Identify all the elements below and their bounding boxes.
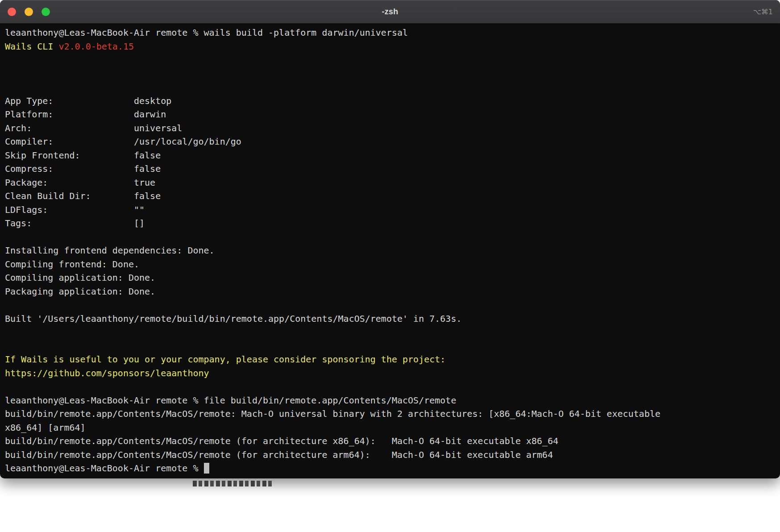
terminal-text: Arch: universal — [5, 123, 182, 133]
terminal-text: LDFlags: "" — [5, 204, 145, 215]
terminal-line — [5, 380, 776, 394]
terminal-line: Installing frontend dependencies: Done. — [5, 244, 776, 258]
terminal-text: Compiler: /usr/local/go/bin/go — [5, 136, 241, 147]
window-shortcut-badge: ⌥⌘1 — [753, 0, 773, 23]
terminal-line: https://github.com/sponsors/leaanthony — [5, 366, 776, 380]
terminal-line: LDFlags: "" — [5, 203, 776, 217]
terminal-line: Compress: false — [5, 162, 776, 176]
terminal-line: build/bin/remote.app/Contents/MacOS/remo… — [5, 448, 776, 462]
zoom-button[interactable] — [41, 8, 50, 16]
terminal-text: Platform: darwin — [5, 109, 166, 120]
terminal-text: Installing frontend dependencies: Done. — [5, 245, 215, 256]
window-title: -zsh — [382, 7, 398, 17]
minimize-button[interactable] — [25, 8, 33, 16]
terminal-line: Compiler: /usr/local/go/bin/go — [5, 135, 776, 149]
terminal-line: Platform: darwin — [5, 108, 776, 121]
terminal-line: leaanthony@Leas-MacBook-Air remote % wai… — [5, 26, 776, 40]
terminal-line: build/bin/remote.app/Contents/MacOS/remo… — [5, 407, 776, 421]
terminal-line: leaanthony@Leas-MacBook-Air remote % — [5, 461, 776, 475]
terminal-line — [5, 339, 776, 353]
terminal-text: Package: true — [5, 177, 155, 188]
terminal-text: https://github.com/sponsors/leaanthony — [5, 368, 209, 378]
terminal-line: Compiling frontend: Done. — [5, 258, 776, 271]
terminal-text: Clean Build Dir: false — [5, 191, 161, 201]
terminal-line: build/bin/remote.app/Contents/MacOS/remo… — [5, 434, 776, 448]
terminal-text: Packaging application: Done. — [5, 286, 155, 297]
terminal-line: Skip Frontend: false — [5, 149, 776, 162]
terminal-line: Compiling application: Done. — [5, 271, 776, 285]
close-button[interactable] — [8, 8, 16, 16]
terminal-line: Package: true — [5, 176, 776, 190]
terminal-line: App Type: desktop — [5, 94, 776, 108]
terminal-line: leaanthony@Leas-MacBook-Air remote % fil… — [5, 394, 776, 407]
titlebar[interactable]: -zsh ⌥⌘1 — [0, 0, 780, 24]
terminal-line: Clean Build Dir: false — [5, 189, 776, 203]
terminal-text: leaanthony@Leas-MacBook-Air remote % fil… — [5, 395, 456, 406]
terminal-window: -zsh ⌥⌘1 leaanthony@Leas-MacBook-Air rem… — [0, 0, 780, 478]
terminal-text: If Wails is useful to you or your compan… — [5, 354, 445, 365]
terminal-line: If Wails is useful to you or your compan… — [5, 353, 776, 366]
terminal-text: Tags: [] — [5, 218, 145, 229]
terminal-text: App Type: desktop — [5, 96, 171, 106]
terminal-output[interactable]: leaanthony@Leas-MacBook-Air remote % wai… — [0, 24, 780, 475]
traffic-lights — [8, 0, 50, 23]
terminal-text: build/bin/remote.app/Contents/MacOS/remo… — [5, 449, 553, 460]
terminal-text: leaanthony@Leas-MacBook-Air remote % — [5, 463, 204, 474]
terminal-text: Skip Frontend: false — [5, 150, 161, 161]
terminal-line — [5, 298, 776, 312]
terminal-line — [5, 53, 776, 67]
terminal-text: build/bin/remote.app/Contents/MacOS/remo… — [5, 408, 660, 419]
terminal-cursor — [204, 463, 209, 474]
terminal-line — [5, 67, 776, 81]
terminal-text: leaanthony@Leas-MacBook-Air remote % wai… — [5, 27, 408, 38]
terminal-line: Wails CLI v2.0.0-beta.15 — [5, 40, 776, 54]
terminal-line: Tags: [] — [5, 216, 776, 230]
terminal-line: Built '/Users/leaanthony/remote/build/bi… — [5, 312, 776, 326]
terminal-text: Built '/Users/leaanthony/remote/build/bi… — [5, 313, 462, 324]
terminal-text: x86_64] [arm64] — [5, 422, 86, 433]
terminal-text: build/bin/remote.app/Contents/MacOS/remo… — [5, 436, 558, 446]
terminal-line — [5, 325, 776, 339]
terminal-text: Wails CLI — [5, 41, 58, 52]
terminal-line: x86_64] [arm64] — [5, 421, 776, 435]
terminal-text: Compress: false — [5, 163, 161, 174]
terminal-line: Arch: universal — [5, 121, 776, 135]
terminal-line: Packaging application: Done. — [5, 285, 776, 299]
terminal-line — [5, 80, 776, 94]
terminal-text: Compiling frontend: Done. — [5, 259, 139, 270]
background-window-fragment — [193, 481, 272, 486]
terminal-text: Compiling application: Done. — [5, 272, 155, 283]
terminal-line — [5, 230, 776, 244]
terminal-text: v2.0.0-beta.15 — [58, 41, 134, 52]
